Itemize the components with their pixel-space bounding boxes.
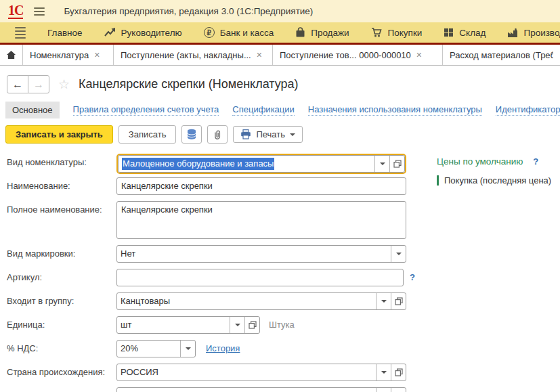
unit-value[interactable]: шт — [117, 317, 230, 333]
tabstrip: Номенклатура × Поступление (акты, наклад… — [0, 45, 560, 66]
menu-item-sklad[interactable]: Склад — [433, 22, 496, 43]
sections-burger-button[interactable] — [4, 22, 37, 43]
shopping-cart-icon — [371, 27, 383, 38]
prices-help-link[interactable]: ? — [533, 156, 538, 167]
menu-label: Производство — [523, 28, 560, 38]
subnav-tab-osnovnoe[interactable]: Основное — [5, 102, 60, 118]
menu-item-prodazhi[interactable]: Продажи — [284, 22, 360, 43]
history-buttons: ← → — [7, 75, 49, 93]
selected-text: Малоценное оборудование и запасы — [122, 158, 274, 170]
tab-rashod-materialov[interactable]: Расход материалов (Требование-накладная) — [443, 45, 560, 65]
tab-postuplenie-akty[interactable]: Поступление (акты, накладны... × — [114, 45, 273, 65]
subnav-link-naznacheniya[interactable]: Назначения использования номенклатуры — [308, 104, 482, 116]
country-open-button[interactable] — [391, 364, 406, 380]
vat-combobox[interactable]: 20% — [116, 340, 196, 357]
menu-label: Склад — [459, 28, 486, 38]
attachments-button[interactable] — [207, 125, 228, 144]
marking-dropdown-button[interactable] — [391, 246, 406, 262]
partial-open-button[interactable] — [391, 388, 406, 392]
main-menu-icon[interactable] — [34, 7, 45, 16]
menu-label: Руководителю — [121, 28, 182, 38]
prices-title-row: Цены по умолчанию ? — [437, 156, 560, 167]
open-form-icon — [395, 368, 403, 376]
page-title: Канцелярские скрепки (Номенклатура) — [79, 77, 299, 91]
vat-dropdown-button[interactable] — [180, 341, 195, 357]
subnav-link-specifikacii[interactable]: Спецификации — [232, 104, 295, 116]
form-row-group: Входит в группу: Канцтовары — [0, 292, 560, 310]
printer-icon — [240, 129, 251, 139]
partial-combobox[interactable] — [116, 387, 406, 392]
marking-value[interactable]: Нет — [117, 246, 391, 262]
close-icon[interactable]: × — [257, 50, 262, 60]
print-label: Печать — [256, 129, 285, 139]
home-tab[interactable] — [0, 45, 23, 65]
full-name-textarea[interactable]: Канцелярские скрепки — [116, 201, 406, 239]
unit-open-button[interactable] — [244, 317, 259, 333]
menu-label: Главное — [47, 28, 83, 38]
toolbar: Записать и закрыть Записать Печать — [5, 125, 560, 144]
country-value[interactable]: РОССИЯ — [117, 364, 376, 380]
back-button[interactable]: ← — [7, 75, 28, 93]
form-row-full-name: Полное наименование: Канцелярские скрепк… — [0, 201, 560, 239]
article-label: Артикул: — [7, 269, 116, 286]
form-row-vat: % НДС: 20% История — [0, 340, 560, 357]
menu-label: Банк и касса — [220, 28, 274, 38]
subnav-link-pravila-schetov[interactable]: Правила определения счетов учета — [73, 104, 219, 116]
section-menubar: Главное Руководителю ₽ Банк и касса Прод… — [0, 22, 560, 45]
chevron-down-icon — [396, 253, 402, 255]
favorite-star-icon[interactable]: ☆ — [58, 77, 70, 92]
paperclip-icon — [213, 129, 222, 140]
menu-item-bank-i-kassa[interactable]: ₽ Банк и касса — [193, 22, 285, 43]
home-icon — [6, 50, 16, 60]
print-button[interactable]: Печать — [233, 126, 303, 143]
partial-value[interactable] — [117, 388, 376, 392]
menu-item-rukovoditelyu[interactable]: Руководителю — [93, 22, 193, 43]
tab-label: Расход материалов (Требование-накладная) — [450, 50, 553, 60]
country-dropdown-button[interactable] — [376, 364, 391, 380]
article-input[interactable] — [116, 269, 404, 286]
kind-dropdown-button[interactable] — [374, 156, 389, 172]
unit-dropdown-button[interactable] — [230, 317, 244, 333]
tab-label: Номенклатура — [30, 50, 89, 60]
menu-item-proizvodstvo[interactable]: Производство — [496, 22, 560, 43]
article-help-link[interactable]: ? — [410, 269, 415, 286]
open-form-icon — [249, 321, 257, 329]
open-form-icon — [393, 160, 402, 168]
subnav-link-identifikatory[interactable]: Идентификаторы — [496, 104, 560, 116]
save-and-close-button[interactable]: Записать и закрыть — [5, 125, 113, 144]
group-dropdown-button[interactable] — [376, 293, 391, 309]
close-icon[interactable]: × — [416, 50, 422, 60]
menu-item-glavnoe[interactable]: Главное — [37, 22, 93, 43]
name-label: Наименование: — [7, 177, 116, 195]
factory-icon — [507, 28, 518, 38]
group-label: Входит в группу: — [7, 292, 116, 310]
group-combobox[interactable]: Канцтовары — [116, 292, 406, 310]
prices-title-link[interactable]: Цены по умолчанию — [437, 156, 523, 167]
country-label: Страна происхождения: — [7, 364, 116, 381]
trend-up-icon — [104, 28, 116, 37]
partial-dropdown-button[interactable] — [376, 388, 391, 392]
unit-combobox[interactable]: шт — [116, 316, 260, 334]
unit-label: Единица: — [7, 316, 116, 334]
name-input[interactable]: Канцелярские скрепки — [116, 177, 406, 195]
form-row-marking: Вид маркировки: Нет — [0, 245, 560, 263]
kind-combobox[interactable]: Малоценное оборудование и запасы — [118, 155, 405, 173]
group-open-button[interactable] — [391, 293, 406, 309]
close-icon[interactable]: × — [94, 50, 100, 60]
menu-label: Продажи — [311, 28, 349, 38]
group-value[interactable]: Канцтовары — [117, 293, 376, 309]
kind-value[interactable]: Малоценное оборудование и запасы — [119, 156, 374, 172]
save-button[interactable]: Записать — [119, 125, 177, 144]
menu-item-pokupki[interactable]: Покупки — [360, 22, 433, 43]
tab-nomenklatura[interactable]: Номенклатура × — [23, 45, 114, 65]
tab-postuplenie-tovarov[interactable]: Поступление тов... 0000-000010 × — [273, 45, 443, 65]
vat-history-link[interactable]: История — [206, 340, 240, 357]
forward-button[interactable]: → — [28, 75, 49, 93]
kind-open-button[interactable] — [389, 156, 404, 172]
country-combobox[interactable]: РОССИЯ — [116, 364, 406, 381]
marking-combobox[interactable]: Нет — [116, 245, 406, 263]
chevron-down-icon — [186, 347, 191, 350]
registers-button[interactable] — [181, 125, 202, 144]
vat-value[interactable]: 20% — [117, 341, 180, 357]
ruble-coin-icon: ₽ — [204, 27, 215, 38]
